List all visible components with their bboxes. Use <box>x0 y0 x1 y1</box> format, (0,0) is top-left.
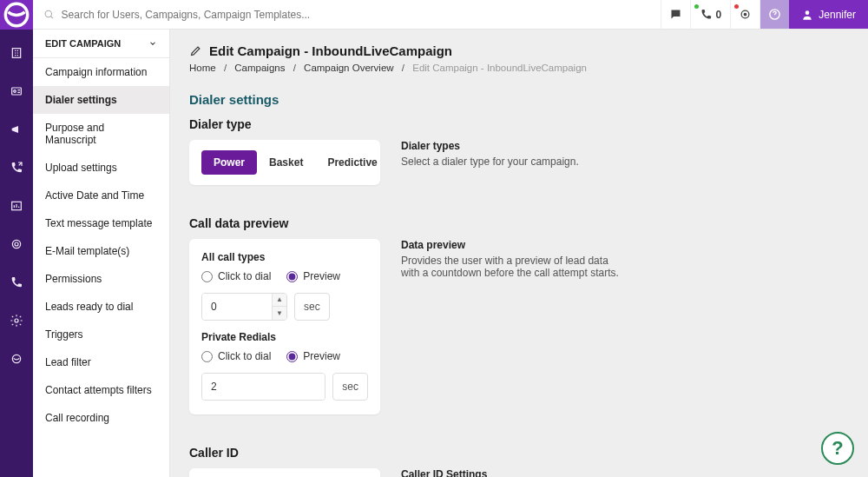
crumb-campaigns[interactable]: Campaigns <box>234 63 285 73</box>
crumb-home[interactable]: Home <box>189 63 216 73</box>
dialer-type-predictive[interactable]: Predictive <box>315 150 389 175</box>
search-input[interactable] <box>62 9 650 21</box>
page-title: Edit Campaign - InboundLiveCampaign <box>209 43 452 58</box>
sidebar-item-dialer-settings[interactable]: Dialer settings <box>33 86 169 114</box>
all-seconds-stepper[interactable]: ▲▼ <box>201 293 287 321</box>
status-dot-green <box>694 4 699 9</box>
user-icon <box>801 9 813 21</box>
content-area: Edit Campaign - InboundLiveCampaign Home… <box>170 30 868 477</box>
sidebar-item-purpose-manuscript[interactable]: Purpose and Manuscript <box>33 114 169 154</box>
dialer-type-help-title: Dialer types <box>401 140 627 152</box>
section-label-dialer: Dialer settings <box>170 80 868 107</box>
nav-chart-icon[interactable] <box>0 191 33 221</box>
sec-unit: sec <box>294 293 330 321</box>
icon-rail <box>0 0 33 477</box>
private-redials-label: Private Redials <box>201 331 368 343</box>
caller-id-card: Set Caller ID from None <box>189 468 380 477</box>
user-name: Jennifer <box>819 9 856 21</box>
private-seconds-input[interactable] <box>202 374 326 400</box>
svg-point-11 <box>745 13 747 16</box>
sidebar-item-permissions[interactable]: Permissions <box>33 265 169 293</box>
step-up[interactable]: ▲ <box>273 294 286 307</box>
radio-label: Click to dial <box>218 270 271 282</box>
svg-rect-1 <box>12 49 20 58</box>
svg-point-13 <box>806 10 810 15</box>
svg-point-9 <box>45 10 51 17</box>
chevron-down-icon <box>148 39 157 48</box>
sidebar-header[interactable]: EDIT CAMPAIGN <box>33 30 169 58</box>
call-data-preview-card: All call types Click to dial Preview ▲▼ <box>189 239 380 414</box>
nav-swirl-icon[interactable] <box>0 344 33 374</box>
radio-label: Click to dial <box>218 350 271 362</box>
sidebar-item-text-message-template[interactable]: Text message template <box>33 209 169 237</box>
nav-circle-icon[interactable] <box>0 229 33 259</box>
all-call-types-label: All call types <box>201 251 368 263</box>
logo-icon[interactable] <box>0 0 33 30</box>
crumb-current: Edit Campaign - InboundLiveCampaign <box>412 63 587 73</box>
dialer-type-card: Power Basket Predictive <box>189 140 380 185</box>
chat-icon[interactable] <box>661 0 690 29</box>
sidebar-item-upload-settings[interactable]: Upload settings <box>33 154 169 182</box>
sidebar-item-leads-ready[interactable]: Leads ready to dial <box>33 293 169 321</box>
data-preview-help-desc: Provides the user with a preview of lead… <box>401 255 627 279</box>
radio-label: Preview <box>303 350 340 362</box>
dialer-type-basket[interactable]: Basket <box>257 150 315 175</box>
svg-point-6 <box>15 242 18 246</box>
sidebar-item-lead-filter[interactable]: Lead filter <box>33 348 169 376</box>
dialer-type-help-desc: Select a dialer type for your campaign. <box>401 156 627 168</box>
user-menu[interactable]: Jennifer <box>789 0 868 29</box>
phone-icon <box>700 8 713 21</box>
sidebar-item-call-recording[interactable]: Call recording <box>33 404 169 432</box>
crumb-overview[interactable]: Campaign Overview <box>304 63 394 73</box>
private-seconds-stepper[interactable]: ▲▼ <box>201 373 326 401</box>
search-icon <box>43 9 55 20</box>
caller-id-help: Caller ID Settings Define settings for d… <box>401 468 627 477</box>
sidebar-item-triggers[interactable]: Triggers <box>33 321 169 348</box>
call-data-preview-heading: Call data preview <box>189 216 849 230</box>
global-search[interactable] <box>33 9 661 21</box>
dialer-type-help: Dialer types Select a dialer type for yo… <box>401 140 627 168</box>
settings-sidebar: EDIT CAMPAIGN Campaign information Diale… <box>33 30 170 477</box>
call-count-button[interactable]: 0 <box>690 0 731 29</box>
sidebar-item-email-templates[interactable]: E-Mail template(s) <box>33 237 169 265</box>
sidebar-item-contact-attempts-filters[interactable]: Contact attempts filters <box>33 376 169 404</box>
all-preview-radio[interactable]: Preview <box>286 270 340 282</box>
data-preview-help-title: Data preview <box>401 239 627 251</box>
call-count: 0 <box>716 9 722 21</box>
nav-megaphone-icon[interactable] <box>0 115 33 144</box>
sidebar-item-active-date-time[interactable]: Active Date and Time <box>33 182 169 209</box>
caller-id-heading: Caller ID <box>189 446 849 460</box>
breadcrumb: Home / Campaigns / Campaign Overview / E… <box>189 63 849 73</box>
svg-point-5 <box>12 240 20 248</box>
all-click-to-dial-radio[interactable]: Click to dial <box>201 270 271 282</box>
data-preview-help: Data preview Provides the user with a pr… <box>401 239 627 279</box>
caller-id-help-title: Caller ID Settings <box>401 468 627 477</box>
dialer-type-power[interactable]: Power <box>201 150 257 175</box>
target-icon[interactable] <box>730 0 760 29</box>
help-fab[interactable]: ? <box>821 432 854 465</box>
svg-point-3 <box>14 90 16 93</box>
sidebar-header-label: EDIT CAMPAIGN <box>45 38 121 49</box>
nav-phone-in-icon[interactable] <box>0 268 33 297</box>
all-seconds-input[interactable] <box>202 294 272 320</box>
pencil-icon <box>189 44 202 57</box>
help-icon[interactable] <box>760 0 789 29</box>
private-click-to-dial-radio[interactable]: Click to dial <box>201 350 271 362</box>
sec-unit: sec <box>332 373 368 401</box>
step-down[interactable]: ▼ <box>273 307 286 320</box>
nav-gear-icon[interactable] <box>0 306 33 335</box>
sidebar-item-campaign-information[interactable]: Campaign information <box>33 58 169 86</box>
dialer-type-heading: Dialer type <box>189 117 849 131</box>
nav-phone-out-icon[interactable] <box>0 153 33 182</box>
nav-building-icon[interactable] <box>0 38 33 68</box>
topbar: 0 Jennifer <box>33 0 868 30</box>
nav-id-icon[interactable] <box>0 76 33 106</box>
radio-label: Preview <box>303 270 340 282</box>
svg-point-7 <box>15 319 18 322</box>
private-preview-radio[interactable]: Preview <box>286 350 340 362</box>
